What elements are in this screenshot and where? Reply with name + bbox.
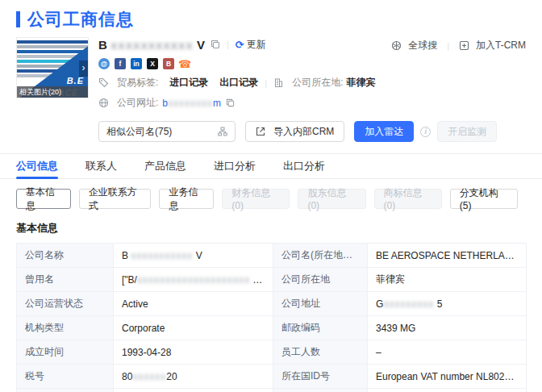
value-text: 80 xyxy=(122,371,132,382)
logo-text: B.E xyxy=(67,76,84,85)
field-label: 公司名(所在地语言) xyxy=(273,244,368,268)
related-images-label: 相关图片(20) xyxy=(17,86,88,98)
similar-companies-button[interactable]: 相似公司名(75) xyxy=(98,121,236,142)
value-text: 成立时间 xyxy=(25,346,64,357)
value-text: 20 xyxy=(166,371,177,382)
field-value: NL802419720B01 xyxy=(114,389,273,392)
redacted-text: xxxxxxxxxxx xyxy=(131,250,193,261)
field-label: 税号 xyxy=(17,365,114,389)
value-text: G xyxy=(376,298,383,310)
field-value: Gxxxxxxxxx 5 xyxy=(368,292,527,316)
global-search-icon xyxy=(391,40,405,51)
subtab-item[interactable]: 企业联系方式 xyxy=(79,189,152,209)
field-value: ["B/xxxxxxxxxxxxxxxxxxxx IN... xyxy=(114,268,273,292)
field-value: – xyxy=(368,389,527,392)
value-text: 公司地址 xyxy=(281,298,320,309)
value-text: – xyxy=(376,347,381,358)
divider: | xyxy=(227,40,229,49)
building-icon xyxy=(273,77,288,88)
field-value: 1993-04-28 xyxy=(114,340,273,365)
trade-tag-icon xyxy=(98,77,113,88)
social-icons-row: @finXB☎ xyxy=(98,58,526,69)
section-title: 基本信息 xyxy=(16,221,526,236)
field-label: 公司运营状态 xyxy=(17,292,114,316)
field-label: 邮政编码 xyxy=(273,316,368,340)
value-text: 1993-04-28 xyxy=(122,347,171,358)
field-label: 机构类型 xyxy=(17,316,114,340)
copy-icon[interactable] xyxy=(226,98,239,107)
x-icon[interactable]: X xyxy=(147,58,158,69)
import-crm-button[interactable]: 导入内部CRM xyxy=(245,121,344,142)
blogger-icon[interactable]: B xyxy=(163,58,174,69)
add-tcrm-button[interactable]: 加入T-CRM xyxy=(459,39,526,52)
redacted-text: xxxxxxxxxxx xyxy=(110,38,194,52)
company-name: B xxxxxxxxxxx V xyxy=(98,38,205,52)
website-icon[interactable]: @ xyxy=(98,58,110,69)
field-label: 曾用名 xyxy=(17,268,114,292)
field-value: 80xxxxxx20 xyxy=(114,365,273,389)
website-link[interactable]: bxxxxxxxxm xyxy=(162,98,221,109)
update-button[interactable]: 更新 xyxy=(247,38,266,52)
field-value: 菲律宾 xyxy=(368,268,527,292)
subtab-item[interactable]: 基本信息 xyxy=(16,189,71,209)
subtab-item: 股东信息 (0) xyxy=(298,189,365,209)
company-header: B.E AEROSPACE 相关图片(20) › B xxxxxxxxxxx V… xyxy=(16,37,526,110)
value-text: B xyxy=(122,250,131,261)
title-accent-bar xyxy=(16,11,20,27)
field-value: Corporate xyxy=(114,316,273,340)
subtab-item[interactable]: 业务信息 xyxy=(159,189,214,209)
field-value: 3439 MG xyxy=(368,316,527,340)
globe-icon xyxy=(98,98,113,108)
basic-info-table: 公司名称B xxxxxxxxxxx V公司名(所在地语言)BE AEROSPAC… xyxy=(16,243,527,392)
table-row: 公司运营状态Active公司地址Gxxxxxxxxx 5 xyxy=(17,292,527,316)
export-records-link[interactable]: 出口记录 xyxy=(219,76,258,90)
value-text: 所在国ID号 xyxy=(281,370,330,382)
phone-icon[interactable]: ☎ xyxy=(179,58,190,69)
website-row: 公司网址: bxxxxxxxxm xyxy=(98,96,526,110)
value-text: 5 xyxy=(434,298,442,310)
header-actions: 全球搜 | 加入T-CRM xyxy=(391,39,526,52)
value-text: 公司运营状态 xyxy=(25,298,83,309)
field-value: Active xyxy=(114,292,273,316)
field-value: European VAT number NL802419720B01更多 5 xyxy=(368,365,527,389)
tab-active[interactable]: 公司信息 xyxy=(16,154,58,178)
carousel-next-icon[interactable]: › xyxy=(79,60,88,77)
value-text: European VAT number NL802419720B01 xyxy=(376,371,527,382)
global-search-button[interactable]: 全球搜 xyxy=(391,39,437,52)
trade-label: 贸易标签: xyxy=(117,76,158,90)
table-row: 公司名称B xxxxxxxxxxx V公司名(所在地语言)BE AEROSPAC… xyxy=(17,244,527,268)
field-label: 欧洲增值税 xyxy=(17,389,114,392)
table-row: 欧洲增值税NL802419720B01法人机构代码– xyxy=(17,389,527,392)
linkedin-icon[interactable]: in xyxy=(131,58,142,69)
value-text: Corporate xyxy=(122,323,165,334)
value-text: IN... xyxy=(250,274,270,286)
table-row: 曾用名["B/xxxxxxxxxxxxxxxxxxxx IN...公司所在地菲律… xyxy=(17,268,527,292)
field-label: 公司地址 xyxy=(273,292,368,316)
value-text: 曾用名 xyxy=(25,273,54,285)
tab-item[interactable]: 出口分析 xyxy=(283,154,325,178)
table-row: 机构类型Corporate邮政编码3439 MG xyxy=(17,316,527,340)
subtab-item: 财务信息 (0) xyxy=(222,189,290,209)
value-text: 菲律宾 xyxy=(376,273,405,285)
tab-item[interactable]: 产品信息 xyxy=(144,154,186,178)
field-label: 公司所在地 xyxy=(273,268,368,292)
add-radar-button[interactable]: 加入雷达 xyxy=(354,121,414,142)
value-text: 机构类型 xyxy=(25,322,64,333)
value-text: 员工人数 xyxy=(281,346,320,357)
value-text: 公司名(所在地语言) xyxy=(281,249,365,261)
tab-item[interactable]: 进口分析 xyxy=(214,154,256,178)
refresh-icon[interactable]: ⟳ xyxy=(236,39,244,51)
tab-item[interactable]: 联系人 xyxy=(85,154,117,178)
copy-icon[interactable] xyxy=(211,40,220,49)
import-records-link[interactable]: 进口记录 xyxy=(169,76,208,90)
value-text: 公司名称 xyxy=(25,249,64,261)
main-tabs: 公司信息联系人产品信息进口分析出口分析 xyxy=(0,154,542,179)
start-monitor-button[interactable]: 开启监测 xyxy=(437,121,497,142)
field-label: 公司名称 xyxy=(17,244,114,268)
company-logo[interactable]: B.E AEROSPACE 相关图片(20) › xyxy=(16,37,89,98)
facebook-icon[interactable]: f xyxy=(115,58,126,69)
field-value: – xyxy=(368,340,527,365)
info-icon[interactable]: i xyxy=(420,127,431,137)
subtab-item[interactable]: 分支机构 (5) xyxy=(450,189,518,209)
location-value: 菲律宾 xyxy=(347,76,376,90)
